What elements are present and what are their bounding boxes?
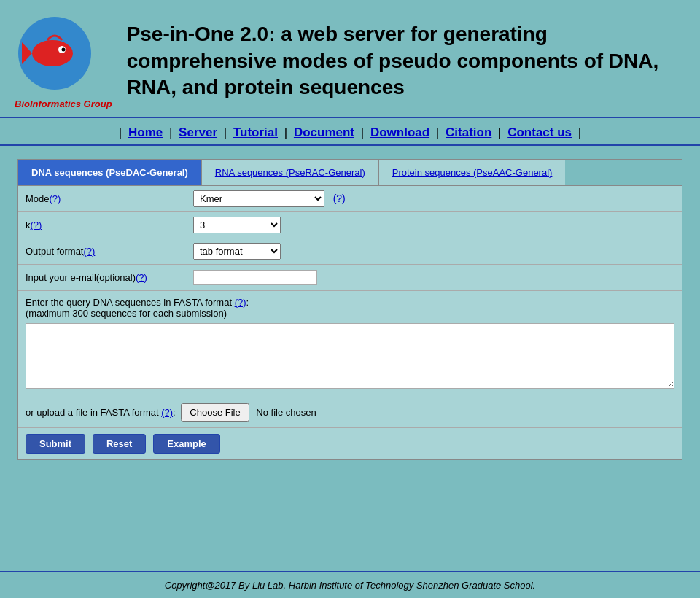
nav-contact[interactable]: Contact us	[508, 125, 572, 139]
textarea-row: Enter the query DNA sequences in FASTA f…	[18, 291, 682, 397]
buttons-row: Submit Reset Example	[18, 428, 682, 459]
output-control: tab format csv format svmlight format	[186, 239, 682, 263]
k-select[interactable]: 1 2 3 4 5 6	[193, 217, 281, 233]
nav-document[interactable]: Document	[294, 125, 354, 139]
example-button[interactable]: Example	[153, 434, 219, 454]
footer: Copyright@2017 By Liu Lab, Harbin Instit…	[0, 571, 700, 598]
tab-protein[interactable]: Protein sequences (PseAAC-General)	[379, 160, 566, 185]
mode-help2-link[interactable]: (?)	[333, 193, 346, 204]
nav-download[interactable]: Download	[370, 125, 429, 139]
main-content: DNA sequences (PseDAC-General) RNA seque…	[0, 146, 700, 473]
email-input[interactable]	[193, 270, 317, 285]
tab-rna[interactable]: RNA sequences (PseRAC-General)	[202, 160, 379, 185]
output-row: Output format(?) tab format csv format s…	[18, 238, 682, 265]
file-chosen-label: No file chosen	[256, 407, 316, 418]
reset-button[interactable]: Reset	[93, 434, 146, 454]
email-help-link[interactable]: (?)	[136, 272, 147, 283]
file-upload-row: or upload a file in FASTA format (?): Ch…	[18, 397, 682, 428]
email-label: Input your e-mail(optional)(?)	[18, 268, 186, 287]
mode-row: Mode(?) Kmer PseKNC PCPseDNC PCPseTNC SC…	[18, 186, 682, 212]
svg-point-4	[62, 48, 66, 52]
file-help-link[interactable]: (?)	[161, 407, 173, 418]
mode-select[interactable]: Kmer PseKNC PCPseDNC PCPseTNC SCPseDNC S…	[193, 190, 324, 207]
footer-text: Copyright@2017 By Liu Lab, Harbin Instit…	[165, 580, 536, 591]
sequence-tabs: DNA sequences (PseDAC-General) RNA seque…	[18, 159, 682, 186]
k-help-link[interactable]: (?)	[31, 220, 42, 230]
tab-dna[interactable]: DNA sequences (PseDAC-General)	[18, 160, 202, 185]
k-row: k(?) 1 2 3 4 5 6	[18, 212, 682, 238]
sequence-textarea[interactable]	[26, 323, 674, 389]
textarea-help-link[interactable]: (?)	[235, 297, 246, 308]
mode-control: Kmer PseKNC PCPseDNC PCPseTNC SCPseDNC S…	[186, 187, 682, 211]
nav-home[interactable]: Home	[128, 125, 163, 139]
mode-label: Mode(?)	[18, 189, 186, 209]
svg-point-1	[32, 40, 73, 66]
nav-tutorial[interactable]: Tutorial	[233, 125, 278, 139]
email-control	[186, 266, 682, 289]
group-label: BioInformatics Group	[15, 98, 112, 109]
choose-file-button[interactable]: Choose File	[181, 403, 249, 422]
k-label: k(?)	[18, 215, 186, 235]
form-area: Mode(?) Kmer PseKNC PCPseDNC PCPseTNC SC…	[18, 186, 682, 460]
header: BioInformatics Group Pse-in-One 2.0: a w…	[0, 0, 700, 117]
k-control: 1 2 3 4 5 6	[186, 213, 682, 237]
output-help-link[interactable]: (?)	[83, 246, 95, 257]
nav-citation[interactable]: Citation	[446, 125, 491, 139]
textarea-label: Enter the query DNA sequences in FASTA f…	[26, 297, 674, 319]
page-title: Pse-in-One 2.0: a web server for generat…	[127, 21, 685, 101]
logo: BioInformatics Group	[15, 13, 112, 109]
submit-button[interactable]: Submit	[26, 434, 85, 454]
email-row: Input your e-mail(optional)(?)	[18, 265, 682, 291]
output-label: Output format(?)	[18, 241, 186, 261]
mode-help-link[interactable]: (?)	[50, 193, 61, 204]
navigation: | Home | Server | Tutorial | Document | …	[0, 117, 700, 146]
nav-server[interactable]: Server	[179, 125, 217, 139]
output-select[interactable]: tab format csv format svmlight format	[193, 243, 281, 260]
